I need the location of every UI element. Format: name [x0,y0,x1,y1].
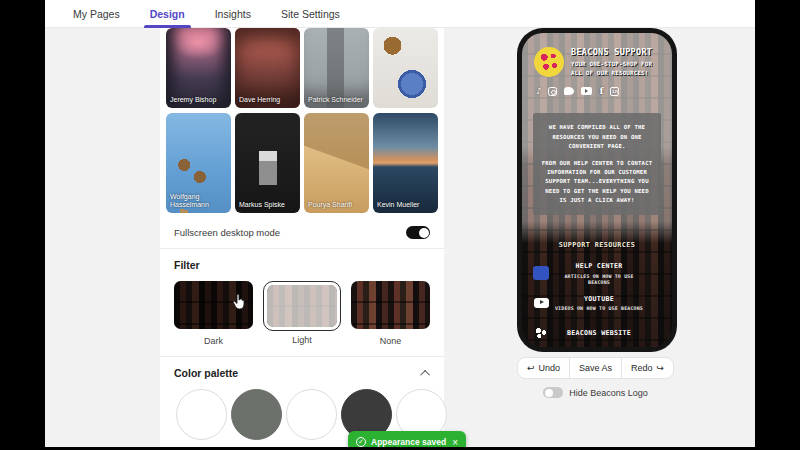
background-option-mountains[interactable]: Jeremy Bishop [166,28,231,108]
hide-beacons-logo-label: Hide Beacons Logo [569,388,648,398]
undo-label: Undo [539,363,561,373]
background-grid: Jeremy Bishop Dave Herring Patrick Schne… [160,28,444,213]
filter-option-light: Light [263,281,341,346]
photo-credit: Dave Herring [239,96,280,105]
linkedin-icon[interactable]: in [610,87,619,96]
redo-button[interactable]: Redo ↪ [621,358,673,378]
link-description: VIDEOS ON HOW TO USE BEACONS [552,305,646,311]
link-text: YOUTUBE VIDEOS ON HOW TO USE BEACONS [552,295,664,312]
filter-light-thumbnail[interactable] [267,285,337,327]
color-palette-heading: Color palette [174,367,430,379]
phone-preview-frame: BEACONS SUPPORT YOUR ONE-STOP-SHOP FOR A… [517,28,677,352]
background-grid-row-2: Wolfgang Hasselmann Markus Spiske Pourya… [166,113,438,213]
link-title: HELP CENTER [552,262,646,270]
help-center-icon [530,266,552,280]
photo-credit: Kevin Mueller [377,201,419,210]
undo-button[interactable]: ↩ Undo [518,358,569,378]
redo-arrow-icon: ↪ [656,363,664,373]
toast-message: Appearance saved [371,437,446,447]
color-palette-heading-label: Color palette [174,367,238,379]
swatch-label: Block text [286,445,337,447]
app-window: My Pages Design Insights Site Settings J… [45,0,755,447]
support-resources-heading: SUPPORT RESOURCES [522,241,672,249]
appearance-saved-toast: ✓ Appearance saved × [348,431,466,447]
photo-credit: Markus Spiske [239,201,285,210]
preview-intro-block: WE HAVE COMPILED ALL OF THE RESOURCES YO… [533,113,661,215]
dark-shade [174,281,253,329]
check-circle-icon: ✓ [356,437,366,447]
swatch-circle-header-text[interactable] [176,389,227,440]
save-as-label: Save As [579,363,612,373]
filter-none-label: None [351,336,430,346]
swatch-label: Block background [231,445,282,447]
instagram-icon[interactable] [548,87,557,96]
filter-options: Dark Light None [174,281,430,346]
swatch-header-text: Header text [176,389,227,447]
background-option-desert-monuments[interactable]: Dave Herring [235,28,300,108]
hide-beacons-logo-row: Hide Beacons Logo [517,387,674,398]
filter-section: Filter Dark Light None [160,249,444,356]
link-help-center[interactable]: HELP CENTER ARTICLES ON HOW TO USE BEACO… [522,257,672,290]
phone-preview-screen: BEACONS SUPPORT YOUR ONE-STOP-SHOP FOR A… [522,33,672,347]
background-option-lake[interactable]: Kevin Mueller [373,113,438,213]
save-as-button[interactable]: Save As [569,358,621,378]
preview-intro-paragraph-2: FROM OUR HELP CENTER TO CONTACT INFORMAT… [540,159,654,205]
top-navigation: My Pages Design Insights Site Settings [45,0,755,28]
tab-insights[interactable]: Insights [215,0,251,28]
fullscreen-desktop-mode-toggle[interactable] [406,226,430,239]
background-grid-row-1: Jeremy Bishop Dave Herring Patrick Schne… [166,28,438,108]
tab-my-pages[interactable]: My Pages [73,0,120,28]
preview-page-subtitle: YOUR ONE-STOP-SHOP FOR ALL OF OUR RESOUR… [571,60,662,77]
design-settings-panel: Jeremy Bishop Dave Herring Patrick Schne… [160,28,444,447]
link-beacons-website[interactable]: BEACONS WEBSITE [522,322,672,344]
twitter-icon[interactable] [564,87,574,95]
filter-none-thumbnail[interactable] [351,281,430,329]
toast-close-icon[interactable]: × [452,437,458,448]
preview-page-content: BEACONS SUPPORT YOUR ONE-STOP-SHOP FOR A… [522,33,672,347]
facebook-icon[interactable]: f [599,86,603,96]
filter-light-selected-frame [263,281,341,331]
background-option-giraffes[interactable]: Wolfgang Hasselmann [166,113,231,213]
photo-credit: Pourya Sharifi [308,201,352,210]
swatch-block-text: Block text [286,389,337,447]
fullscreen-desktop-mode-row: Fullscreen desktop mode [160,218,444,248]
photo-credit: Patrick Schneider [308,96,363,105]
filter-heading-label: Filter [174,259,200,271]
background-option-tower[interactable]: Patrick Schneider [304,28,369,108]
preview-page-title: BEACONS SUPPORT [571,47,662,57]
link-title: YOUTUBE [552,295,646,303]
background-option-teacup[interactable] [373,28,438,108]
undo-arrow-icon: ↩ [527,363,535,373]
link-youtube[interactable]: YOUTUBE VIDEOS ON HOW TO USE BEACONS [522,290,672,317]
preview-header: BEACONS SUPPORT YOUR ONE-STOP-SHOP FOR A… [522,33,672,81]
beacons-logo-icon [530,327,552,339]
swatch-circle-block-text[interactable] [286,389,337,440]
swatch-label: Header text [176,445,227,447]
preview-header-text: BEACONS SUPPORT YOUR ONE-STOP-SHOP FOR A… [571,47,662,77]
filter-option-dark: Dark [174,281,253,346]
link-description: ARTICLES ON HOW TO USE BEACONS [552,273,646,285]
redo-label: Redo [631,363,653,373]
chevron-up-icon[interactable] [420,369,430,379]
light-shade [267,285,337,327]
swatch-block-background: Block background [231,389,282,447]
youtube-play-icon [530,298,552,308]
tab-site-settings[interactable]: Site Settings [281,0,340,28]
background-option-dune[interactable]: Pourya Sharifi [304,113,369,213]
filter-heading: Filter [174,259,430,271]
hide-beacons-logo-toggle[interactable] [543,387,563,398]
filter-dark-thumbnail[interactable] [174,281,253,329]
link-text: BEACONS WEBSITE [552,329,664,337]
preview-social-icons-row: ♪ f in [522,81,672,97]
preview-links: HELP CENTER ARTICLES ON HOW TO USE BEACO… [522,257,672,344]
history-actions-bar: ↩ Undo Save As Redo ↪ [517,357,674,379]
tiktok-icon[interactable]: ♪ [536,86,541,96]
preview-intro-paragraph-1: WE HAVE COMPILED ALL OF THE RESOURCES YO… [540,123,654,151]
filter-light-label: Light [263,335,341,345]
youtube-icon[interactable] [581,87,592,95]
link-title: BEACONS WEBSITE [552,329,646,337]
background-option-battery[interactable]: Markus Spiske [235,113,300,213]
photo-credit: Jeremy Bishop [170,96,216,105]
tab-design[interactable]: Design [150,0,185,28]
swatch-circle-block-background[interactable] [231,389,282,440]
